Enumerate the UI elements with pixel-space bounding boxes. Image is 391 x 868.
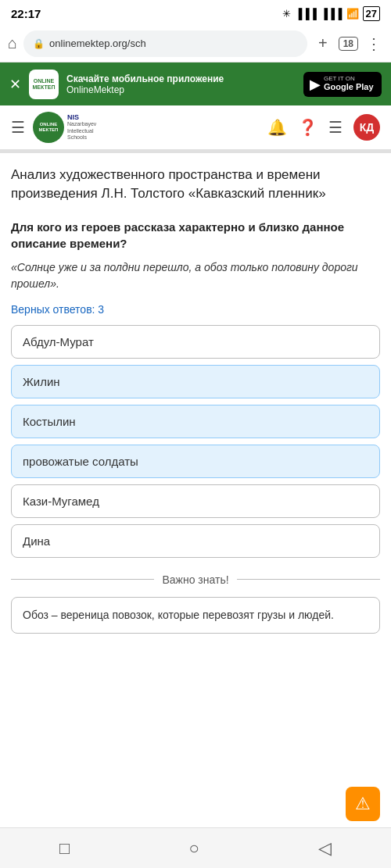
correct-count: Верных ответов: 3 — [11, 303, 380, 316]
signal-icon: ▐▐▐ — [295, 8, 317, 20]
play-icon: ▶ — [310, 76, 321, 93]
divider-line-right — [237, 579, 380, 580]
answer-option-3[interactable]: провожатые солдаты — [11, 445, 380, 478]
help-icon[interactable]: ❓ — [298, 118, 317, 137]
main-content: Анализ художественного пространства и вр… — [0, 153, 391, 654]
status-time: 22:17 — [11, 7, 41, 20]
play-main-label: Google Play — [324, 82, 374, 92]
bell-icon[interactable]: 🔔 — [267, 118, 287, 137]
answers-container: Абдул-МуратЖилинКостылинпровожатые солда… — [11, 325, 380, 558]
banner-text: Скачайте мобильное приложение OnlineMekt… — [66, 73, 296, 95]
app-banner: ✕ ONLINE МЕКТЕП Скачайте мобильное прило… — [0, 63, 391, 105]
header-icons: 🔔 ❓ ☰ КД — [267, 114, 380, 141]
warning-fab[interactable]: ⚠ — [346, 787, 380, 821]
list-icon[interactable]: ☰ — [328, 118, 343, 137]
nav-square-icon[interactable]: □ — [59, 838, 70, 859]
page-title: Анализ художественного пространства и вр… — [11, 166, 380, 203]
banner-subtitle: OnlineMektep — [66, 84, 296, 95]
play-sub-label: GET IT ON — [324, 76, 374, 82]
nis-subtitle: NazarbayevIntellectualSchools — [67, 121, 96, 141]
url-text: onlinemektep.org/sch — [49, 38, 146, 49]
banner-close-icon[interactable]: ✕ — [9, 76, 21, 93]
status-icons: ✳ ▐▐▐ ▐▐▐ 📶 27 — [282, 6, 380, 21]
nis-logo: NIS NazarbayevIntellectualSchools — [67, 113, 96, 141]
banner-logo: ONLINE МЕКТЕП — [29, 70, 59, 99]
info-text: Обоз – вереница повозок, которые перевоз… — [23, 609, 334, 621]
question-text: Для кого из героев рассказа характерно и… — [11, 219, 380, 252]
status-bar: 22:17 ✳ ▐▐▐ ▐▐▐ 📶 27 — [0, 0, 391, 25]
signal-icon2: ▐▐▐ — [321, 8, 343, 20]
site-logo-group: ONLINE МЕКТЕП NIS NazarbayevIntellectual… — [33, 112, 260, 143]
avatar[interactable]: КД — [353, 114, 380, 141]
answer-option-5[interactable]: Дина — [11, 524, 380, 558]
google-play-button[interactable]: ▶ GET IT ON Google Play — [303, 72, 382, 97]
answer-option-4[interactable]: Кази-Мугамед — [11, 484, 380, 518]
answer-option-0[interactable]: Абдул-Мурат — [11, 325, 380, 359]
bluetooth-icon: ✳ — [282, 8, 291, 20]
url-box[interactable]: 🔒 onlinemektep.org/sch — [23, 30, 307, 57]
answer-option-1[interactable]: Жилин — [11, 365, 380, 398]
nav-circle-icon[interactable]: ○ — [188, 838, 199, 859]
divider-line-left — [11, 579, 154, 580]
site-logo-text: ONLINE МЕКТЕП — [39, 122, 59, 132]
site-logo: ONLINE МЕКТЕП — [33, 112, 64, 143]
play-text: GET IT ON Google Play — [324, 76, 374, 92]
battery-indicator: 27 — [363, 6, 380, 21]
answer-option-2[interactable]: Костылин — [11, 405, 380, 438]
new-tab-icon[interactable]: + — [314, 33, 332, 54]
wifi-icon: 📶 — [346, 8, 359, 20]
hamburger-icon[interactable]: ☰ — [11, 118, 25, 137]
lock-icon: 🔒 — [33, 38, 45, 49]
banner-logo-text: ONLINE МЕКТЕП — [33, 78, 56, 90]
divider-row: Важно знать! — [11, 573, 380, 586]
info-box: Обоз – вереница повозок, которые перевоз… — [11, 597, 380, 634]
site-header: ☰ ONLINE МЕКТЕП NIS NazarbayevIntellectu… — [0, 105, 391, 150]
home-icon[interactable]: ⌂ — [8, 34, 17, 52]
browser-menu-icon[interactable]: ⋮ — [364, 33, 383, 55]
warning-icon: ⚠ — [355, 794, 371, 814]
banner-title: Скачайте мобильное приложение — [66, 73, 296, 84]
nav-back-icon[interactable]: ◁ — [318, 838, 332, 859]
divider-label: Важно знать! — [162, 573, 228, 586]
browser-bar: ⌂ 🔒 onlinemektep.org/sch + 18 ⋮ — [0, 25, 391, 63]
quote-text: «Солнце уже и за полдни перешло, а обоз … — [11, 259, 380, 292]
tabs-count[interactable]: 18 — [339, 37, 358, 51]
bottom-nav: □ ○ ◁ — [0, 827, 391, 868]
nis-title: NIS — [67, 113, 96, 121]
